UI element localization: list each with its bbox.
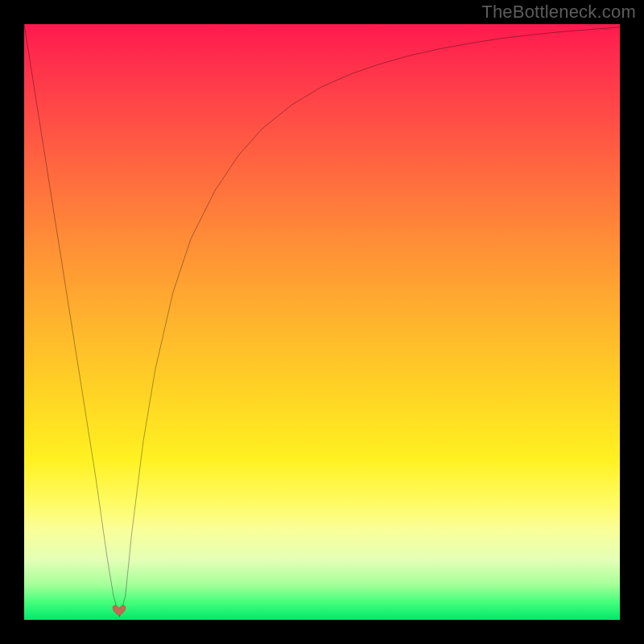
plot-area xyxy=(24,24,620,620)
watermark-text: TheBottleneck.com xyxy=(481,2,636,23)
heart-icon xyxy=(107,603,131,619)
bottleneck-curve xyxy=(24,24,620,620)
chart-frame: TheBottleneck.com xyxy=(0,0,644,644)
